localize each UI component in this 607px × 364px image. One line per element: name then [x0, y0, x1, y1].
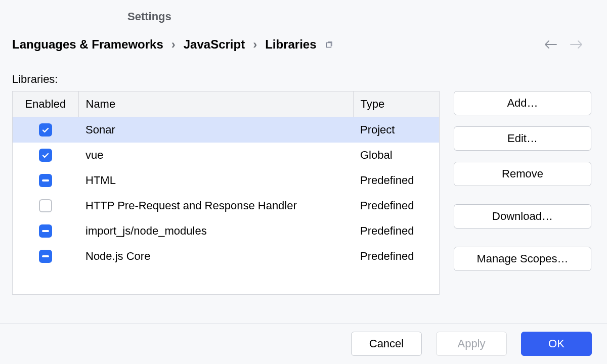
cell-type: Project [353, 117, 439, 143]
settings-window: Settings Languages & Frameworks › JavaSc… [0, 0, 607, 364]
cell-name: vue [78, 143, 353, 168]
table-row[interactable]: HTTP Pre-Request and Response HandlerPre… [13, 193, 439, 218]
remove-button[interactable]: Remove [454, 162, 591, 186]
edit-button[interactable]: Edit… [454, 126, 591, 151]
cell-name: HTTP Pre-Request and Response Handler [78, 193, 353, 218]
cell-type: Predefined [353, 244, 439, 269]
table-spacer [13, 269, 439, 294]
crumb-javascript[interactable]: JavaScript [184, 37, 245, 52]
window-title: Settings [127, 10, 607, 23]
cell-name: Node.js Core [78, 244, 353, 269]
breadcrumb-separator: › [170, 37, 177, 52]
cell-type: Predefined [353, 218, 439, 244]
crumb-libraries[interactable]: Libraries [265, 37, 316, 52]
titlebar: Settings [0, 0, 607, 28]
cell-enabled [13, 117, 78, 143]
libraries-table: Enabled Name Type SonarProjectvueGlobalH… [12, 91, 440, 295]
cell-enabled [13, 218, 78, 244]
enabled-checkbox[interactable] [39, 224, 52, 238]
footer: Cancel Apply OK [0, 323, 607, 364]
col-name-header[interactable]: Name [78, 92, 353, 117]
cell-enabled [13, 168, 78, 193]
cell-name: import_js/node_modules [78, 218, 353, 244]
apply-button: Apply [436, 332, 507, 356]
crumb-languages-frameworks[interactable]: Languages & Frameworks [12, 37, 163, 52]
col-enabled-header[interactable]: Enabled [13, 92, 78, 117]
cell-type: Predefined [353, 193, 439, 218]
table-row[interactable]: vueGlobal [13, 143, 439, 168]
cell-type: Predefined [353, 168, 439, 193]
col-type-header[interactable]: Type [353, 92, 439, 117]
download-button[interactable]: Download… [454, 204, 591, 229]
svg-rect-0 [326, 43, 331, 48]
enabled-checkbox[interactable] [39, 199, 52, 212]
ok-button[interactable]: OK [521, 332, 592, 356]
table-row[interactable]: import_js/node_modulesPredefined [13, 218, 439, 244]
breadcrumb-separator: › [252, 37, 258, 52]
forward-arrow-icon[interactable] [570, 40, 583, 49]
libraries-label: Libraries: [12, 73, 595, 86]
enabled-checkbox[interactable] [39, 149, 52, 162]
enabled-checkbox[interactable] [39, 174, 52, 187]
cell-enabled [13, 244, 78, 269]
add-button[interactable]: Add… [454, 91, 591, 115]
table-row[interactable]: HTMLPredefined [13, 168, 439, 193]
cancel-button[interactable]: Cancel [351, 332, 422, 356]
back-arrow-icon[interactable] [544, 40, 557, 49]
table-row[interactable]: SonarProject [13, 117, 439, 143]
cell-enabled [13, 143, 78, 168]
table-header-row: Enabled Name Type [13, 92, 439, 117]
window-restore-icon[interactable] [324, 39, 335, 50]
side-buttons: Add… Edit… Remove Download… Manage Scope… [454, 91, 591, 271]
header: Languages & Frameworks › JavaScript › Li… [0, 28, 607, 56]
manage-scopes-button[interactable]: Manage Scopes… [454, 247, 591, 271]
cell-name: Sonar [78, 117, 353, 143]
enabled-checkbox[interactable] [39, 123, 52, 136]
cell-name: HTML [78, 168, 353, 193]
body-row: Enabled Name Type SonarProjectvueGlobalH… [12, 91, 595, 295]
table-row[interactable]: Node.js CorePredefined [13, 244, 439, 269]
nav-arrows [544, 40, 595, 49]
enabled-checkbox[interactable] [39, 250, 52, 263]
cell-enabled [13, 193, 78, 218]
cell-type: Global [353, 143, 439, 168]
breadcrumb: Languages & Frameworks › JavaScript › Li… [12, 37, 335, 52]
content: Libraries: Enabled Name Type SonarProjec… [0, 56, 607, 364]
